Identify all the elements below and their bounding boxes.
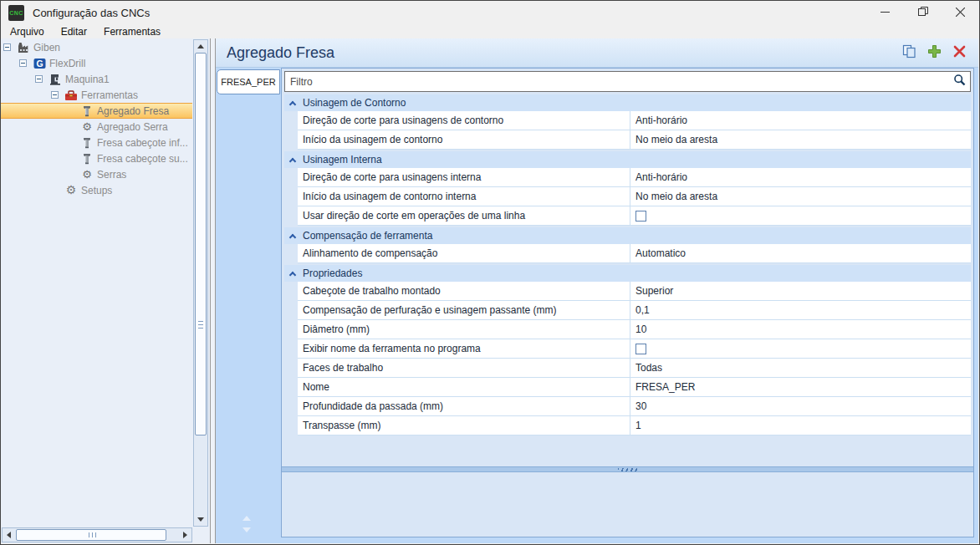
collapse-chevron-icon <box>289 157 296 164</box>
section-title: Usinagem Interna <box>303 154 382 166</box>
scroll-down-button[interactable] <box>194 513 207 526</box>
page-header: Agregado Fresa <box>216 38 978 68</box>
property-value[interactable]: Todas <box>630 359 971 377</box>
tree-expander[interactable] <box>51 91 59 99</box>
tree-panel: Giben G FlexDrill Maquina1 Ferramentas A… <box>1 38 210 543</box>
section-header[interactable]: Usinagem de Contorno <box>284 94 971 111</box>
collapse-chevron-icon <box>289 100 296 107</box>
property-label: Compensação de perfuração e usinagem pas… <box>298 301 630 319</box>
property-row: Transpasse (mm) 1 <box>298 416 971 435</box>
tab-scroll-up-button[interactable] <box>241 514 253 522</box>
saw-icon: ⚙ <box>80 168 94 181</box>
tree-expander[interactable] <box>35 75 43 83</box>
property-value[interactable]: Superior <box>630 282 971 300</box>
property-value[interactable]: 10 <box>630 320 971 339</box>
gear-icon: ⚙ <box>64 184 78 196</box>
horizontal-scrollbar-thumb[interactable] <box>16 529 166 541</box>
property-value[interactable]: Automatico <box>630 244 971 262</box>
vertical-scrollbar-thumb[interactable] <box>195 53 207 435</box>
tree-item-fresa-cabe-ote-inf[interactable]: Fresa cabeçote inf... <box>1 135 192 150</box>
tree-expander[interactable] <box>3 43 11 51</box>
mill-icon <box>80 152 94 165</box>
property-label: Alinhamento de compensação <box>298 244 630 262</box>
property-row: Início da usinagem de contorno No meio d… <box>298 130 971 150</box>
property-label: Profundidade da passada (mm) <box>298 397 630 415</box>
copy-button[interactable] <box>901 45 917 61</box>
tree-expander[interactable] <box>19 59 27 67</box>
tree-main-splitter[interactable] <box>210 38 216 543</box>
close-icon <box>956 5 965 20</box>
scroll-left-button[interactable] <box>3 528 15 542</box>
collapse-chevron-icon <box>289 271 296 278</box>
tree-item-agregado-serra[interactable]: ⚙ Agregado Serra <box>1 119 192 135</box>
property-label: Direção de corte para usinagens interna <box>298 168 630 186</box>
tree-item-fresa-cabe-ote-su[interactable]: Fresa cabeçote su... <box>1 150 192 166</box>
scroll-up-button[interactable] <box>194 40 207 53</box>
app-window: CNC Configuração das CNCs <box>0 0 980 545</box>
filter-input[interactable] <box>285 72 948 91</box>
menu-bar: ArquivoEditarFerramentas <box>2 24 978 38</box>
search-button[interactable] <box>948 72 970 91</box>
filter-box <box>284 71 971 92</box>
property-value[interactable]: FRESA_PER <box>630 378 971 396</box>
tree-item-flexdrill[interactable]: G FlexDrill <box>1 55 192 71</box>
tree-item-ferramentas[interactable]: Ferramentas <box>1 87 192 103</box>
property-value[interactable]: 30 <box>630 397 971 415</box>
minimize-icon <box>880 5 890 20</box>
property-value[interactable]: Anti-horário <box>630 111 971 130</box>
property-value[interactable]: Anti-horário <box>630 168 971 186</box>
section-header[interactable]: Propriedades <box>284 265 971 282</box>
scroll-right-button[interactable] <box>179 528 191 542</box>
section-propriedades: Propriedades Cabeçote de trabalho montad… <box>284 265 971 435</box>
tree-item-label: Serras <box>97 169 126 181</box>
section-title: Propriedades <box>303 267 362 279</box>
app-icon: CNC <box>8 5 24 21</box>
minimize-button[interactable] <box>866 1 904 24</box>
property-value[interactable] <box>630 206 971 225</box>
section-header[interactable]: Usinagem Interna <box>284 151 971 168</box>
property-value[interactable]: No meio da aresta <box>630 130 971 149</box>
main-region: Agregado Fresa FRESA_PER <box>216 38 978 543</box>
tree-item-maquina1[interactable]: Maquina1 <box>1 71 192 87</box>
property-value[interactable]: No meio da aresta <box>630 187 971 206</box>
property-row: Usar direção de corte em operações de um… <box>298 206 971 226</box>
property-value[interactable] <box>630 339 971 358</box>
machine-icon <box>48 73 62 85</box>
detail-splitter[interactable] <box>282 466 973 472</box>
tree-vertical-scrollbar <box>193 39 208 527</box>
property-row: Cabeçote de trabalho montado Superior <box>298 282 971 301</box>
copy-icon <box>902 44 916 62</box>
title-bar: CNC Configuração das CNCs <box>1 1 979 24</box>
checkbox[interactable] <box>635 211 646 222</box>
add-button[interactable] <box>926 45 942 61</box>
property-label: Faces de trabalho <box>298 359 630 377</box>
section-title: Compensação de ferramenta <box>303 230 432 242</box>
property-value[interactable]: 0,1 <box>630 301 971 319</box>
tree-item-giben[interactable]: Giben <box>1 39 192 55</box>
property-label: Cabeçote de trabalho montado <box>298 282 630 300</box>
tree-item-label: Agregado Serra <box>97 121 168 133</box>
arrow-left-icon <box>7 532 11 538</box>
section-compensa-o-de-ferramenta: Compensação de ferramenta Alinhamento de… <box>284 227 971 263</box>
tree-item-serras[interactable]: ⚙ Serras <box>1 166 192 182</box>
tree-item-agregado-fresa[interactable]: Agregado Fresa <box>1 103 192 119</box>
property-label: Início da usinagem de contorno <box>298 130 630 149</box>
tree-item-label: Maquina1 <box>65 74 110 85</box>
property-row: Exibir nome da ferramenta no programa <box>298 339 971 359</box>
scrollbar-grip-icon <box>89 532 97 537</box>
splitter-grip-icon <box>618 468 638 471</box>
tab-fresa-per[interactable]: FRESA_PER <box>217 69 280 94</box>
menu-item-ferramentas[interactable]: Ferramentas <box>95 26 169 38</box>
tab-scroll-down-button[interactable] <box>241 526 253 533</box>
section-header[interactable]: Compensação de ferramenta <box>284 227 971 244</box>
tree-item-setups[interactable]: ⚙ Setups <box>1 182 192 198</box>
checkbox[interactable] <box>635 344 646 354</box>
property-value[interactable]: 1 <box>630 416 971 435</box>
menu-item-arquivo[interactable]: Arquivo <box>2 26 53 38</box>
close-button[interactable] <box>942 1 979 24</box>
detail-panel <box>282 472 973 537</box>
delete-button[interactable] <box>952 45 967 61</box>
header-toolbar <box>901 45 967 61</box>
menu-item-editar[interactable]: Editar <box>53 26 95 38</box>
restore-button[interactable] <box>904 1 942 24</box>
